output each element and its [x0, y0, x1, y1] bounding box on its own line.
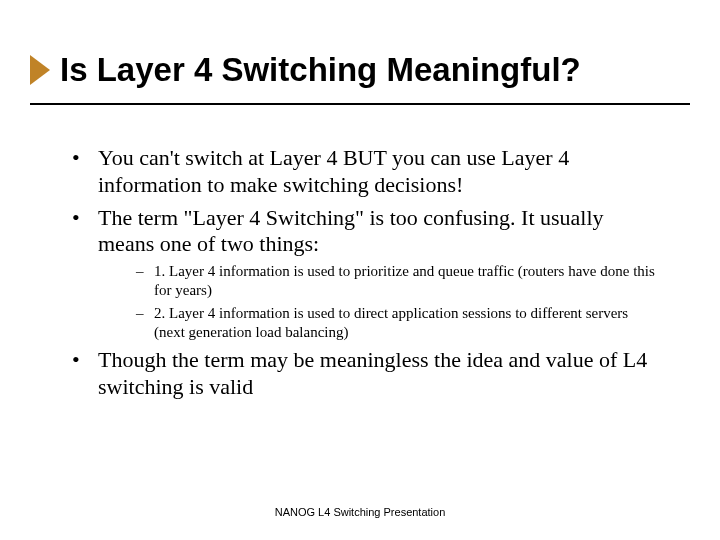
bullet-text: The term "Layer 4 Switching" is too conf…	[98, 205, 604, 257]
bullet-list: You can't switch at Layer 4 BUT you can …	[72, 145, 660, 401]
slide-footer: NANOG L4 Switching Presentation	[0, 506, 720, 518]
slide-title: Is Layer 4 Switching Meaningful?	[60, 52, 581, 88]
sub-bullet-item: 2. Layer 4 information is used to direct…	[136, 304, 660, 342]
title-row: Is Layer 4 Switching Meaningful?	[30, 52, 680, 88]
sub-bullet-item: 1. Layer 4 information is used to priori…	[136, 262, 660, 300]
bullet-item: The term "Layer 4 Switching" is too conf…	[72, 205, 660, 342]
bullet-item: You can't switch at Layer 4 BUT you can …	[72, 145, 660, 199]
title-bullet-icon	[30, 55, 60, 85]
svg-marker-0	[30, 55, 50, 85]
bullet-item: Though the term may be meaningless the i…	[72, 347, 660, 401]
slide-body: You can't switch at Layer 4 BUT you can …	[72, 145, 660, 407]
slide: Is Layer 4 Switching Meaningful? You can…	[0, 0, 720, 540]
title-underline	[30, 103, 690, 105]
sub-bullet-list: 1. Layer 4 information is used to priori…	[98, 262, 660, 341]
